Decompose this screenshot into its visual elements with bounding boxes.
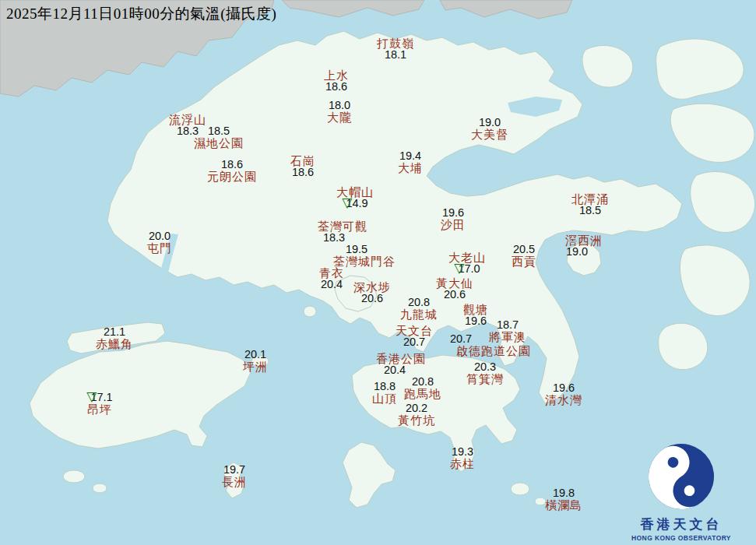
- station-temperature: 20.4: [384, 364, 406, 376]
- station-name: 石崗: [290, 155, 315, 167]
- temperature-value: 20.6: [361, 293, 383, 304]
- station-temperature: 19.6: [442, 207, 464, 219]
- station-name: 跑馬地: [404, 388, 441, 399]
- station-temperature: 20.4: [321, 279, 343, 290]
- weather-station: 大隴 18.0: [327, 100, 352, 123]
- station-temperature: 20.2: [406, 403, 427, 414]
- weather-station: 大美督 19.0: [471, 117, 508, 140]
- temperature-value: 20.4: [321, 279, 343, 290]
- temperature-value: 20.3: [474, 361, 496, 373]
- weather-station: 清水灣 19.6: [545, 382, 582, 406]
- weather-station: 觀塘 19.6: [463, 304, 488, 327]
- temperature-value: 18.1: [385, 49, 406, 61]
- station-name: 觀塘: [463, 304, 488, 315]
- station-temperature: 18.5: [579, 205, 601, 216]
- station-temperature: 19.5: [346, 244, 367, 255]
- station-temperature: 20.6: [361, 293, 383, 304]
- station-name: 昂坪: [87, 403, 112, 415]
- temperature-value: 19.8: [553, 487, 575, 499]
- weather-station: 香港公園 20.4: [376, 353, 426, 376]
- weather-station: 大埔 19.4: [398, 150, 423, 174]
- station-temperature: 19.8: [553, 487, 575, 499]
- station-temperature: 18.6: [292, 167, 314, 178]
- station-temperature: 18.5: [208, 125, 230, 137]
- down-triangle-icon: ▽: [86, 391, 97, 403]
- station-name: 筲箕灣: [466, 373, 504, 385]
- weather-station: 筲箕灣 20.3: [466, 361, 504, 385]
- station-temperature: 18.0: [329, 100, 350, 111]
- hko-logo: 香港天文台 HONG KONG OBSERVATORY: [619, 442, 744, 542]
- temperature-value: 19.5: [346, 244, 367, 255]
- station-temperature: 18.6: [221, 159, 243, 171]
- station-temperature: 18.8: [374, 381, 396, 392]
- temperature-value: 19.6: [465, 315, 487, 327]
- weather-station: 荃灣可觀 18.3: [318, 220, 367, 244]
- weather-station: 上水 18.6: [324, 69, 349, 93]
- weather-station: 跑馬地 20.8: [404, 376, 441, 399]
- station-temperature: 19.6: [553, 382, 575, 394]
- temperature-value: 20.0: [149, 230, 171, 242]
- weather-station: 赤柱 19.3: [450, 446, 475, 469]
- station-temperature: 18.6: [325, 81, 347, 93]
- weather-station: 赤鱲角 21.1: [96, 326, 133, 350]
- temperature-value: 20.2: [406, 403, 427, 414]
- station-name: 長洲: [222, 476, 247, 487]
- station-name: 青衣: [319, 267, 344, 279]
- station-name: 黃大仙: [436, 277, 473, 289]
- station-name: 北潭涌: [571, 193, 609, 205]
- station-temperature: 18.3: [323, 232, 345, 244]
- station-temperature: 19.0: [566, 246, 588, 258]
- temperature-value: 20.4: [384, 364, 406, 376]
- weather-station: 昂坪 ▽17.1: [86, 392, 112, 415]
- station-name: 赤柱: [450, 458, 475, 469]
- weather-station: 西貢 20.5: [512, 244, 536, 267]
- station-name: 濕地公園: [194, 137, 244, 149]
- station-temperature: 21.1: [104, 326, 125, 338]
- weather-station: 橫瀾島 19.8: [545, 487, 582, 511]
- station-temperature: 20.3: [474, 361, 496, 373]
- weather-station: 北潭涌 18.5: [571, 193, 609, 216]
- down-triangle-icon: ▽: [454, 262, 464, 274]
- station-name: 大美督: [471, 128, 508, 140]
- temperature-value: 21.1: [104, 326, 125, 338]
- station-temperature: 19.6: [465, 315, 487, 327]
- weather-station: 青衣 20.4: [319, 267, 344, 290]
- station-name: 啟德跑道公園: [456, 345, 531, 357]
- temperature-value: 18.5: [208, 125, 230, 137]
- weather-station: 黃大仙 20.6: [436, 277, 473, 301]
- station-temperature: 20.0: [149, 230, 171, 242]
- station-name: 香港公園: [376, 353, 426, 364]
- station-name: 荃灣城門谷: [333, 255, 396, 267]
- station-name: 清水灣: [545, 394, 582, 406]
- station-temperature: 19.3: [452, 446, 473, 458]
- station-name: 黃竹坑: [398, 414, 435, 426]
- station-temperature: 18.1: [385, 49, 406, 61]
- weather-station: 大老山 ▽17.0: [448, 251, 486, 275]
- weather-station: 大帽山 ▽14.9: [336, 186, 374, 209]
- station-temperature: 20.8: [412, 376, 434, 388]
- station-name: 九龍城: [400, 308, 438, 320]
- station-name: 坪洲: [243, 360, 268, 372]
- down-triangle-icon: ▽: [342, 197, 352, 209]
- station-temperature: 19.7: [223, 464, 245, 476]
- weather-station: 元朗公園 18.6: [207, 159, 257, 182]
- hko-logo-name-en: HONG KONG OBSERVATORY: [619, 534, 744, 542]
- hko-logo-name-zh: 香港天文台: [619, 515, 744, 533]
- weather-station: 天文台 20.7: [396, 325, 433, 348]
- temperature-value: 19.0: [566, 246, 588, 258]
- temperature-value: 20.1: [244, 349, 266, 360]
- station-name: 沙田: [441, 219, 466, 230]
- temperature-value: 19.6: [442, 207, 464, 219]
- station-name: 深水埗: [353, 281, 391, 293]
- temperature-value: 20.8: [408, 297, 430, 308]
- hko-logo-icon: [647, 442, 716, 511]
- weather-station: 滘西洲 19.0: [565, 234, 603, 258]
- station-name: 西貢: [512, 255, 536, 267]
- station-name: 滘西洲: [565, 234, 603, 246]
- weather-station: 屯門 20.0: [147, 230, 172, 254]
- weather-station: 坪洲 20.1: [243, 349, 268, 372]
- temperature-value: 18.6: [292, 167, 314, 178]
- temperature-value: 20.5: [513, 244, 535, 255]
- station-temperature: ▽14.9: [342, 198, 367, 209]
- temperature-value: 18.3: [323, 232, 345, 244]
